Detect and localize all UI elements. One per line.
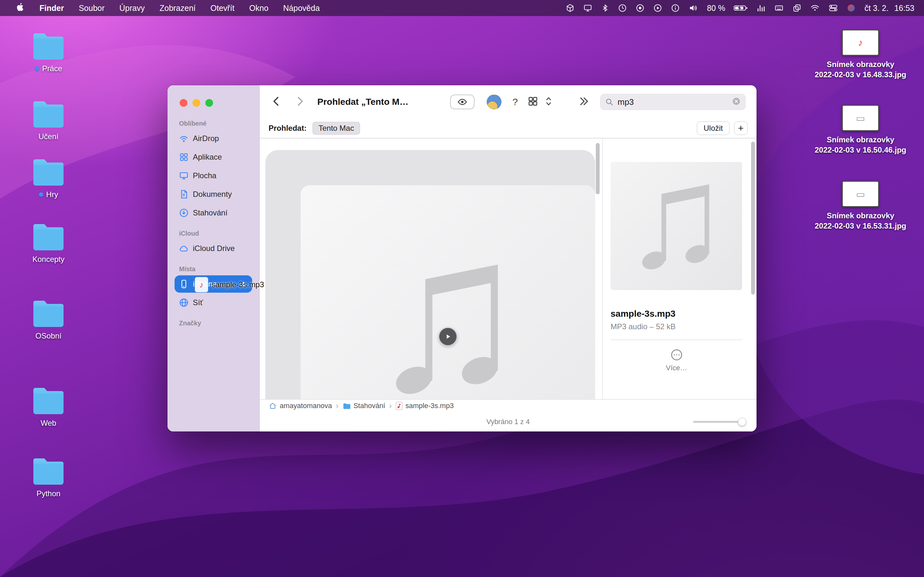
desktop-folder-uceni[interactable]: Učení <box>10 100 87 141</box>
desktop-screenshot-1[interactable]: ♪ Snímek obrazovky2022-02-03 v 16.48.33.… <box>800 29 921 79</box>
path-item-downloads[interactable]: Stahování <box>342 402 385 410</box>
view-options-chevrons-icon[interactable] <box>544 96 553 108</box>
scope-this-mac-token[interactable]: Tento Mac <box>312 122 360 135</box>
sidebar-item-desktop[interactable]: Plocha <box>174 167 252 184</box>
folder-icon <box>342 402 351 410</box>
save-search-button[interactable]: Uložit <box>697 121 730 135</box>
desktop-folder-hry[interactable]: Hry <box>10 158 87 199</box>
minimize-button[interactable] <box>192 99 200 107</box>
eye-icon <box>457 97 467 107</box>
sidebar-item-label: Síť <box>193 298 203 307</box>
home-icon <box>268 402 277 410</box>
sidebar-item-icloud-drive[interactable]: iCloud Drive <box>174 240 252 257</box>
stats-icon[interactable] <box>756 3 766 13</box>
desktop-folder-koncepty[interactable]: Koncepty <box>10 223 87 264</box>
quicklook-button[interactable] <box>450 95 475 109</box>
finder-toolbar: Prohledat „Tento M… ? mp3 <box>260 85 756 119</box>
folder-label: Práce <box>42 64 62 73</box>
finder-sidebar: Oblíbené AirDrop Aplikace Plocha Dokumen… <box>168 85 260 432</box>
menu-otevrit[interactable]: Otevřít <box>203 3 242 13</box>
back-button[interactable] <box>270 95 283 109</box>
preview-card[interactable] <box>265 150 595 399</box>
slider-knob[interactable] <box>738 418 746 426</box>
add-criteria-button[interactable]: + <box>734 121 748 135</box>
bluetooth-icon[interactable] <box>601 3 609 13</box>
forward-button[interactable] <box>294 95 306 109</box>
wifi-icon[interactable] <box>810 3 820 13</box>
grid-view-button[interactable] <box>527 96 538 108</box>
more-label: Více… <box>666 364 687 372</box>
gallery-scrollbar[interactable] <box>596 143 599 194</box>
sync-dot <box>35 66 39 71</box>
sidebar-item-network[interactable]: Síť <box>174 294 252 311</box>
desktop-folder-osobni[interactable]: OSobní <box>10 300 87 340</box>
desktop-icon <box>179 171 189 181</box>
menu-finder[interactable]: Finder <box>32 3 71 13</box>
desktop-folder-web[interactable]: Web <box>10 387 87 428</box>
sidebar-item-airdrop[interactable]: AirDrop <box>174 130 252 147</box>
toolbar-overflow-button[interactable] <box>578 95 590 108</box>
battery-label: 80 % <box>707 3 725 13</box>
search-scope-bar: Prohledat: Tento Mac Uložit + <box>260 119 756 139</box>
box-icon[interactable] <box>565 3 575 13</box>
play-circle-icon[interactable] <box>653 3 662 13</box>
window-title: Prohledat „Tento M… <box>317 97 409 107</box>
search-value[interactable]: mp3 <box>618 97 728 107</box>
desktop-folder-python[interactable]: Python <box>10 457 87 498</box>
preview-artwork <box>300 185 595 399</box>
sidebar-item-downloads[interactable]: Stahování <box>174 204 252 221</box>
clear-search-button[interactable] <box>732 97 741 107</box>
zoom-button[interactable] <box>205 99 213 107</box>
menu-napoveda[interactable]: Nápověda <box>276 3 327 13</box>
record-icon[interactable] <box>636 3 645 13</box>
play-button[interactable] <box>439 327 457 346</box>
drag-ghost[interactable]: ♪ sample-3s.mp3 <box>195 277 264 292</box>
screenshot-label-line1: Snímek obrazovky <box>827 211 895 221</box>
panel-scrollbar[interactable] <box>751 142 755 295</box>
time-machine-icon[interactable] <box>618 3 627 13</box>
thumbnail-size-slider[interactable] <box>693 421 745 423</box>
path-item-file[interactable]: sample-3s.mp3 <box>396 402 454 410</box>
keyboard-icon[interactable] <box>774 3 784 13</box>
mp3-file-icon: ♪ <box>195 277 208 292</box>
desktop-screenshot-3[interactable]: ▭ Snímek obrazovky2022-02-03 v 16.53.31.… <box>800 181 921 231</box>
help-button[interactable]: ? <box>512 97 518 107</box>
info-icon[interactable] <box>671 3 680 13</box>
close-button[interactable] <box>180 99 187 107</box>
downloads-icon <box>179 208 189 218</box>
menu-upravy[interactable]: Úpravy <box>112 3 152 13</box>
music-note-icon <box>636 181 716 271</box>
desktop-folder-prace[interactable]: Práce <box>10 32 87 73</box>
sidebar-header-icloud: iCloud <box>168 230 259 240</box>
preview-thumbnail[interactable] <box>611 162 742 290</box>
folder-label: Python <box>37 489 61 498</box>
volume-icon[interactable] <box>688 3 698 13</box>
menu-okno[interactable]: Okno <box>242 3 276 13</box>
battery-icon[interactable] <box>734 4 748 12</box>
folder-label: Hry <box>46 190 58 199</box>
menu-zobrazeni[interactable]: Zobrazení <box>152 3 203 13</box>
control-center-icon[interactable] <box>829 3 838 13</box>
path-separator: › <box>336 401 338 410</box>
path-label: Stahování <box>354 402 385 410</box>
globe-icon <box>179 298 189 308</box>
search-field[interactable]: mp3 <box>600 94 746 110</box>
finder-content: sample-3s.mp3 MP3 audio – 52 kB Více… <box>260 139 756 399</box>
sidebar-item-documents[interactable]: Dokumenty <box>174 185 252 203</box>
path-label: sample-3s.mp3 <box>405 402 454 410</box>
sphere-icon[interactable] <box>846 3 856 13</box>
menu-soubor[interactable]: Soubor <box>71 3 112 13</box>
menu-clock[interactable]: čt 3. 2. 16:53 <box>864 3 914 13</box>
avatar[interactable] <box>487 95 501 109</box>
more-button[interactable]: Více… <box>666 348 687 372</box>
path-item-home[interactable]: amayatomanova <box>268 402 332 410</box>
apple-menu-icon[interactable] <box>10 3 32 13</box>
screenshot-thumbnail: ♪ <box>842 29 879 56</box>
desktop-screenshot-2[interactable]: ▭ Snímek obrazovky2022-02-03 v 16.50.46.… <box>800 105 921 155</box>
sidebar-item-applications[interactable]: Aplikace <box>174 148 252 166</box>
windows-icon[interactable] <box>792 3 801 13</box>
display-icon[interactable] <box>583 3 592 13</box>
sidebar-item-label: iCloud Drive <box>193 244 235 253</box>
drag-ghost-label: sample-3s.mp3 <box>212 280 264 289</box>
mp3-file-icon <box>396 402 403 410</box>
